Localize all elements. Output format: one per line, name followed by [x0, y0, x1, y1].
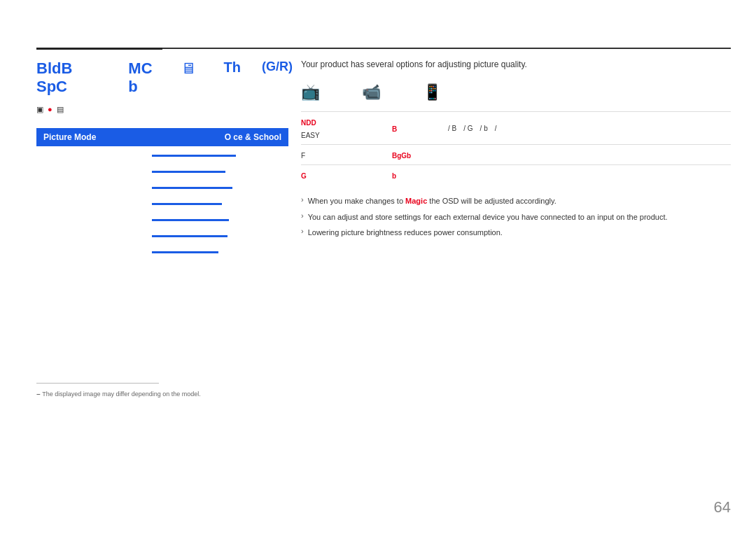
menu-header-value: O ce & School: [225, 132, 281, 142]
note-bullet-1: ›: [301, 195, 304, 204]
table-row-1-col1: B: [392, 122, 448, 134]
menu-item-1[interactable]: [152, 150, 288, 162]
note-item-2: › You can adjust and store settings for …: [301, 211, 731, 223]
table-row-3-label: G: [301, 169, 392, 181]
table-row-3: G b: [301, 165, 731, 185]
menu-header-label: Picture Mode: [43, 132, 225, 142]
row2-val-red: BgGb: [392, 152, 411, 160]
breadcrumb-icon: ▣: [36, 105, 43, 114]
icon-group-1: BldB SpC: [36, 59, 72, 97]
row1-val4: /: [495, 125, 497, 132]
footnote: ‒ The displayed image may differ dependi…: [36, 391, 201, 398]
menu-item-3[interactable]: [152, 182, 288, 195]
table-row-2: F BgGb: [301, 145, 731, 165]
picture-mode-menu: Picture Mode O ce & School: [36, 128, 288, 259]
row3-val-red: b: [392, 172, 396, 180]
note-highlight-1: Magic: [405, 197, 427, 205]
note-bullet-3: ›: [301, 227, 304, 235]
row1-val2: / G: [463, 125, 472, 132]
table-row-1-values: / B / G / b /: [448, 125, 731, 132]
page-number: 64: [714, 498, 731, 517]
tv-icon: 📺: [301, 83, 320, 101]
icon-group-2: MC b: [128, 59, 152, 97]
note-text-1: When you make changes to Magic the OSD w…: [308, 195, 556, 207]
row1-label-ndd: NDD: [301, 119, 316, 127]
icon-group-4: Th: [224, 59, 241, 76]
icon-group-3: 🖥: [181, 59, 196, 78]
breadcrumb-icon2: ▤: [57, 105, 64, 114]
row1-val1: / B: [448, 125, 456, 132]
notes-section: › When you make changes to Magic the OSD…: [301, 195, 731, 239]
menu-item-5[interactable]: [152, 214, 288, 227]
table-row-3-values: b: [392, 169, 731, 181]
icon-row: BldB SpC MC b 🖥 Th (G/R): [36, 59, 288, 97]
menu-bar-line-3: [152, 187, 232, 189]
right-icon-row: 📺 📹 📱: [301, 83, 731, 106]
menu-item-7[interactable]: [152, 246, 288, 259]
menu-bar-line-7: [152, 251, 218, 253]
top-line-accent: [36, 48, 162, 50]
th-icon: Th: [224, 59, 241, 76]
device-icon: 📱: [423, 83, 442, 101]
note-item-1: › When you make changes to Magic the OSD…: [301, 195, 731, 207]
menu-item-2[interactable]: [152, 166, 288, 178]
menu-item-6[interactable]: [152, 230, 288, 243]
note-item-3: › Lowering picture brightness reduces po…: [301, 227, 731, 239]
menu-bar-line-1: [152, 155, 236, 157]
menu-header[interactable]: Picture Mode O ce & School: [36, 128, 288, 146]
menu-bar-line-4: [152, 203, 222, 205]
gr-icon: (G/R): [262, 59, 293, 74]
note-bullet-2: ›: [301, 211, 304, 220]
table-row-1: NDD EASY B / B / G / b /: [301, 112, 731, 145]
monitor-camera-icon: 📹: [362, 83, 381, 101]
monitor-icon-cell: 📹: [362, 83, 381, 101]
breadcrumb-dot: ●: [48, 105, 52, 113]
menu-breadcrumb: ▣ ● ▤: [36, 105, 288, 114]
menu-bar-line-2: [152, 171, 225, 173]
b-icon: b: [128, 78, 137, 96]
menu-bar-line-5: [152, 219, 229, 221]
left-panel: BldB SpC MC b 🖥 Th (G/R) ▣ ● ▤ Picture M…: [36, 59, 288, 262]
row1-col1-val: B: [392, 125, 397, 133]
footnote-divider: [36, 383, 159, 384]
bld-b-icon: BldB: [36, 59, 72, 78]
table-row-2-label: F: [301, 148, 392, 161]
row2-label: F: [301, 152, 305, 160]
right-panel: Your product has several options for adj…: [301, 59, 731, 243]
description-text: Your product has several options for adj…: [301, 59, 731, 69]
monitor-symbol-icon: 🖥: [181, 59, 196, 78]
note-text-3: Lowering picture brightness reduces powe…: [308, 227, 503, 239]
row1-val3: / b: [480, 125, 488, 132]
table-row-2-values: BgGb: [392, 148, 731, 161]
menu-item-4[interactable]: [152, 198, 288, 211]
menu-bar-line-6: [152, 235, 227, 237]
note-text-2: You can adjust and store settings for ea…: [308, 211, 668, 223]
mc-icon: MC: [128, 59, 152, 78]
tv-icon-cell: 📺: [301, 83, 320, 101]
row1-label-easy: EASY: [301, 132, 320, 139]
table-section: NDD EASY B / B / G / b / F BgGb: [301, 111, 731, 185]
table-row-1-label: NDD EASY: [301, 115, 392, 141]
icon-group-5: (G/R): [262, 59, 293, 74]
row3-label-red: G: [301, 172, 307, 180]
sp-c-icon: SpC: [36, 78, 67, 96]
device-icon-cell: 📱: [423, 83, 442, 101]
